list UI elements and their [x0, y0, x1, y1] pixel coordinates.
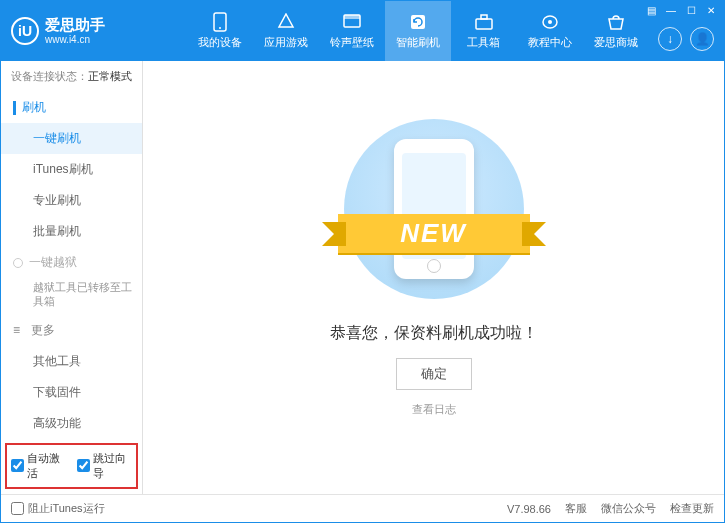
nav-flash[interactable]: 智能刷机	[385, 1, 451, 61]
status-label: 设备连接状态：	[11, 70, 88, 82]
checkbox-label: 阻止iTunes运行	[28, 501, 105, 516]
jailbreak-note: 越狱工具已转移至工具箱	[1, 278, 142, 315]
user-button[interactable]: 👤	[690, 27, 714, 51]
options-highlighted: 自动激活 跳过向导	[5, 443, 138, 489]
main-content: NEW 恭喜您，保资料刷机成功啦！ 确定 查看日志	[143, 61, 724, 494]
checkbox-block-itunes[interactable]: 阻止iTunes运行	[11, 501, 105, 516]
sidebar-item-itunes-flash[interactable]: iTunes刷机	[1, 154, 142, 185]
nav-label: 工具箱	[467, 35, 500, 50]
section-label: 刷机	[22, 99, 46, 116]
nav-label: 我的设备	[198, 35, 242, 50]
status-value: 正常模式	[88, 70, 132, 82]
statusbar-right: V7.98.66 客服 微信公众号 检查更新	[507, 501, 714, 516]
svg-rect-6	[481, 15, 487, 19]
app-url: www.i4.cn	[45, 34, 105, 45]
svg-rect-4	[411, 15, 425, 29]
ok-button[interactable]: 确定	[396, 358, 472, 390]
sidebar-item-other-tools[interactable]: 其他工具	[1, 346, 142, 377]
logo-icon: iU	[11, 17, 39, 45]
nav-label: 爱思商城	[594, 35, 638, 50]
new-ribbon: NEW	[338, 214, 530, 253]
checkbox-label: 跳过向导	[93, 451, 133, 481]
flash-icon	[408, 12, 428, 32]
logo: iU 爱思助手 www.i4.cn	[11, 17, 121, 45]
hamburger-icon: ≡	[13, 323, 25, 337]
sidebar-item-pro-flash[interactable]: 专业刷机	[1, 185, 142, 216]
nav-store[interactable]: 爱思商城	[583, 1, 649, 61]
menu-button[interactable]: ▤	[644, 5, 658, 16]
svg-point-1	[219, 27, 221, 29]
support-link[interactable]: 客服	[565, 501, 587, 516]
wallpaper-icon	[342, 12, 362, 32]
section-label: 一键越狱	[29, 254, 77, 271]
store-icon	[606, 12, 626, 32]
download-button[interactable]: ↓	[658, 27, 682, 51]
tutorial-icon	[540, 12, 560, 32]
titlebar: iU 爱思助手 www.i4.cn 我的设备 应用游戏 铃声壁纸 智能刷机	[1, 1, 724, 61]
section-more[interactable]: ≡ 更多	[1, 315, 142, 346]
apps-icon	[276, 12, 296, 32]
update-link[interactable]: 检查更新	[670, 501, 714, 516]
success-message: 恭喜您，保资料刷机成功啦！	[330, 323, 538, 344]
svg-rect-5	[476, 19, 492, 29]
svg-rect-3	[344, 15, 360, 19]
close-button[interactable]: ✕	[704, 5, 718, 16]
version-label: V7.98.66	[507, 503, 551, 515]
nav-toolbox[interactable]: 工具箱	[451, 1, 517, 61]
view-log-link[interactable]: 查看日志	[412, 402, 456, 417]
svg-point-8	[548, 20, 552, 24]
nav-tutorial[interactable]: 教程中心	[517, 1, 583, 61]
minimize-button[interactable]: —	[664, 5, 678, 16]
checkbox-skip-guide[interactable]: 跳过向导	[77, 451, 133, 481]
checkbox-auto-activate[interactable]: 自动激活	[11, 451, 67, 481]
checkbox-input[interactable]	[11, 502, 24, 515]
section-jailbreak[interactable]: 一键越狱	[1, 247, 142, 278]
sidebar-item-batch-flash[interactable]: 批量刷机	[1, 216, 142, 247]
maximize-button[interactable]: ☐	[684, 5, 698, 16]
navbar: 我的设备 应用游戏 铃声壁纸 智能刷机 工具箱 教程中心	[121, 1, 714, 61]
checkbox-label: 自动激活	[27, 451, 67, 481]
sidebar: 设备连接状态：正常模式 刷机 一键刷机 iTunes刷机 专业刷机 批量刷机 一…	[1, 61, 143, 494]
nav-label: 铃声壁纸	[330, 35, 374, 50]
phone-graphic	[394, 139, 474, 279]
ribbon-text: NEW	[338, 214, 530, 253]
wechat-link[interactable]: 微信公众号	[601, 501, 656, 516]
device-status: 设备连接状态：正常模式	[1, 61, 142, 92]
nav-apps[interactable]: 应用游戏	[253, 1, 319, 61]
phone-icon	[210, 12, 230, 32]
section-icon	[13, 101, 16, 115]
toolbox-icon	[474, 12, 494, 32]
sidebar-item-download-firmware[interactable]: 下载固件	[1, 377, 142, 408]
checkbox-input[interactable]	[77, 459, 90, 472]
checkbox-input[interactable]	[11, 459, 24, 472]
app-window: iU 爱思助手 www.i4.cn 我的设备 应用游戏 铃声壁纸 智能刷机	[0, 0, 725, 523]
window-controls: ▤ — ☐ ✕	[644, 5, 718, 16]
sidebar-item-advanced[interactable]: 高级功能	[1, 408, 142, 439]
statusbar-left: 阻止iTunes运行	[11, 501, 105, 516]
body: 设备连接状态：正常模式 刷机 一键刷机 iTunes刷机 专业刷机 批量刷机 一…	[1, 61, 724, 494]
section-label: 更多	[31, 322, 55, 339]
lock-icon	[13, 258, 23, 268]
section-flash[interactable]: 刷机	[1, 92, 142, 123]
nav-label: 智能刷机	[396, 35, 440, 50]
app-title: 爱思助手	[45, 17, 105, 34]
nav-wallpaper[interactable]: 铃声壁纸	[319, 1, 385, 61]
statusbar: 阻止iTunes运行 V7.98.66 客服 微信公众号 检查更新	[1, 494, 724, 522]
logo-text: 爱思助手 www.i4.cn	[45, 17, 105, 45]
nav-my-device[interactable]: 我的设备	[187, 1, 253, 61]
sidebar-item-onekey-flash[interactable]: 一键刷机	[1, 123, 142, 154]
nav-label: 教程中心	[528, 35, 572, 50]
success-illustration: NEW	[344, 119, 524, 299]
nav-label: 应用游戏	[264, 35, 308, 50]
header-right-icons: ↓ 👤	[658, 27, 714, 51]
